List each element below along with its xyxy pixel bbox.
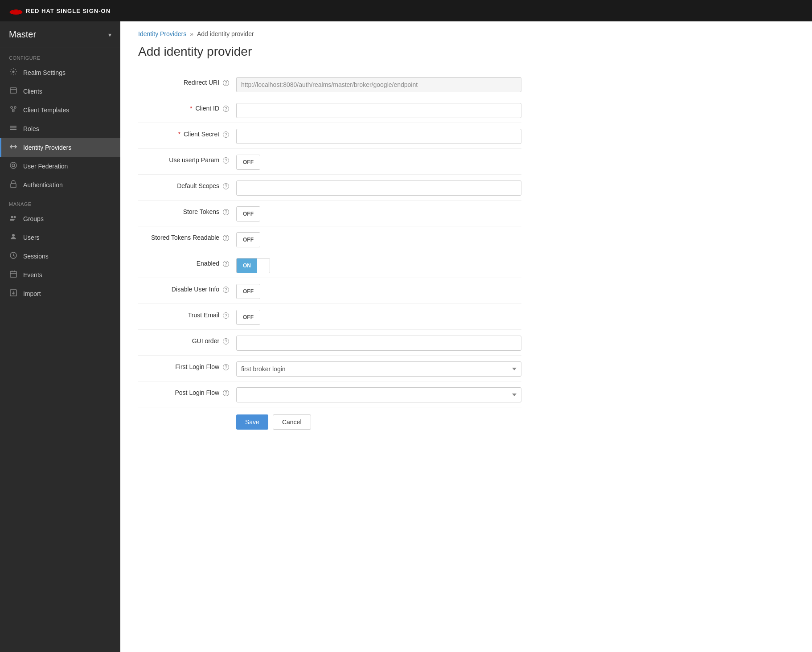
sidebar-item-label: Users [23, 234, 40, 241]
first-login-flow-row: First Login Flow ? first broker login [138, 356, 521, 381]
svg-point-17 [11, 216, 13, 218]
sidebar-item-sessions[interactable]: Sessions [0, 247, 120, 266]
client-id-help-icon[interactable]: ? [223, 106, 229, 112]
sidebar-item-import[interactable]: Import [0, 284, 120, 303]
sidebar-item-label: User Federation [23, 163, 68, 170]
main-content: Identity Providers » Add identity provid… [120, 21, 812, 652]
sidebar-item-user-federation[interactable]: User Federation [0, 157, 120, 176]
use-userip-control: OFF [236, 153, 521, 170]
svg-point-2 [12, 71, 15, 73]
sidebar-item-identity-providers[interactable]: Identity Providers [0, 138, 120, 157]
first-login-flow-help-icon[interactable]: ? [223, 364, 229, 370]
form-actions: Save Cancel [236, 407, 794, 430]
sidebar-item-clients[interactable]: Clients [0, 82, 120, 101]
store-tokens-help-icon[interactable]: ? [223, 209, 229, 215]
disable-user-info-label: Disable User Info ? [138, 283, 236, 293]
realm-selector[interactable]: Master ▾ [0, 21, 120, 48]
sidebar-item-authentication[interactable]: Authentication [0, 176, 120, 194]
store-tokens-label: Store Tokens ? [138, 205, 236, 215]
post-login-flow-control [236, 386, 521, 402]
stored-tokens-readable-off-label: OFF [237, 233, 260, 247]
sidebar-item-label: Realm Settings [23, 69, 66, 76]
stored-tokens-readable-help-icon[interactable]: ? [223, 235, 229, 241]
post-login-flow-label: Post Login Flow ? [138, 386, 236, 396]
sidebar-item-realm-settings[interactable]: Realm Settings [0, 63, 120, 82]
sidebar-item-label: Identity Providers [23, 144, 71, 151]
client-id-control [236, 102, 521, 118]
disable-user-info-toggle[interactable]: OFF [236, 284, 260, 299]
post-login-flow-select[interactable] [236, 387, 521, 402]
chevron-down-icon: ▾ [108, 31, 111, 38]
enabled-help-icon[interactable]: ? [223, 261, 229, 267]
client-secret-help-icon[interactable]: ? [223, 131, 229, 138]
roles-icon [9, 124, 18, 134]
gui-order-input[interactable] [236, 336, 521, 351]
disable-user-info-row: Disable User Info ? OFF [138, 278, 521, 304]
gui-order-label: GUI order ? [138, 334, 236, 344]
svg-rect-3 [10, 88, 16, 93]
use-userip-toggle[interactable]: OFF [236, 155, 260, 170]
cancel-button[interactable]: Cancel [273, 414, 311, 430]
trust-email-help-icon[interactable]: ? [223, 312, 229, 319]
topbar: RED HAT SINGLE SIGN-ON [0, 0, 812, 21]
client-id-input[interactable] [236, 103, 521, 118]
sidebar-item-label: Events [23, 271, 42, 279]
client-secret-row: * Client Secret ? [138, 123, 521, 149]
sidebar-item-label: Client Templates [23, 107, 69, 114]
enabled-toggle[interactable]: ON [236, 258, 270, 273]
default-scopes-row: Default Scopes ? [138, 175, 521, 201]
svg-rect-12 [10, 129, 16, 130]
redhat-logo-icon [9, 6, 23, 15]
sidebar-item-groups[interactable]: Groups [0, 209, 120, 228]
sidebar: Master ▾ Configure Realm Settings Client… [0, 21, 120, 652]
client-secret-input[interactable] [236, 129, 521, 144]
sidebar-item-label: Roles [23, 125, 39, 132]
enabled-row: Enabled ? ON [138, 252, 521, 278]
first-login-flow-label: First Login Flow ? [138, 360, 236, 370]
sidebar-item-client-templates[interactable]: Client Templates [0, 101, 120, 119]
disable-user-info-help-icon[interactable]: ? [223, 287, 229, 293]
authentication-icon [9, 180, 18, 190]
gui-order-row: GUI order ? [138, 330, 521, 356]
post-login-flow-help-icon[interactable]: ? [223, 390, 229, 396]
first-login-flow-select[interactable]: first broker login [236, 361, 521, 377]
user-federation-icon [9, 161, 18, 171]
sidebar-item-label: Sessions [23, 253, 49, 260]
redirect-uri-input [236, 77, 521, 92]
sidebar-item-label: Import [23, 290, 41, 297]
breadcrumb-link[interactable]: Identity Providers [138, 30, 186, 37]
default-scopes-help-icon[interactable]: ? [223, 183, 229, 189]
sidebar-item-roles[interactable]: Roles [0, 119, 120, 138]
form: Redirect URI ? * Client ID ? [138, 71, 521, 407]
svg-line-8 [12, 108, 13, 110]
trust-email-label: Trust Email ? [138, 308, 236, 319]
svg-rect-21 [10, 271, 16, 277]
default-scopes-input[interactable] [236, 180, 521, 196]
enabled-on-label: ON [237, 258, 257, 273]
sidebar-item-label: Groups [23, 215, 44, 222]
use-userip-help-icon[interactable]: ? [223, 157, 229, 164]
svg-point-7 [12, 110, 14, 112]
sidebar-item-users[interactable]: Users [0, 228, 120, 247]
sidebar-item-events[interactable]: Events [0, 266, 120, 284]
gui-order-control [236, 334, 521, 351]
import-icon [9, 289, 18, 299]
svg-rect-16 [11, 184, 16, 188]
redirect-uri-help-icon[interactable]: ? [223, 80, 229, 86]
breadcrumb-current: Add identity provider [197, 30, 254, 37]
gui-order-help-icon[interactable]: ? [223, 338, 229, 344]
app-title: RED HAT SINGLE SIGN-ON [26, 8, 111, 14]
stored-tokens-readable-toggle[interactable]: OFF [236, 232, 260, 247]
manage-section-label: Manage [0, 194, 120, 209]
redirect-uri-row: Redirect URI ? [138, 71, 521, 97]
enabled-off-space [257, 258, 270, 273]
trust-email-toggle[interactable]: OFF [236, 310, 260, 325]
sidebar-item-label: Clients [23, 88, 42, 95]
default-scopes-control [236, 179, 521, 196]
use-userip-label: Use userIp Param ? [138, 153, 236, 164]
save-button[interactable]: Save [236, 414, 268, 430]
disable-user-info-off-label: OFF [237, 284, 260, 299]
svg-line-9 [13, 108, 15, 110]
svg-point-15 [12, 164, 15, 167]
store-tokens-toggle[interactable]: OFF [236, 206, 260, 221]
